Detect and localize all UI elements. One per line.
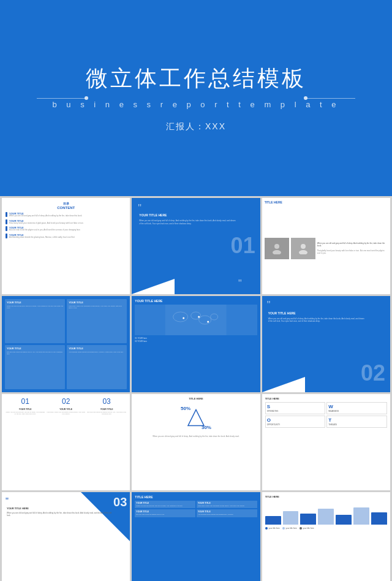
svg-point-1 [273, 250, 281, 254]
toc-item-4: YOUR TITLE And bending down beside the g… [6, 234, 126, 239]
quote-close-icon: " [238, 278, 242, 289]
svg-point-0 [274, 244, 279, 249]
slide11-block-3: YOUR TITLE But one man loved the pilgrim… [135, 509, 195, 517]
slide10-text: When you are old and gray and full of sl… [7, 512, 115, 517]
bar-0 [265, 516, 281, 525]
bar-4 [336, 515, 352, 525]
bar-5 [353, 507, 369, 525]
slide3-photo-1 [265, 238, 289, 259]
toc-item-3: YOUR TITLE But one man loved the pilgrim… [6, 226, 126, 232]
slide6-number: 02 [361, 360, 385, 386]
legend-dot-1 [265, 527, 268, 530]
slides-grid: 目录 CONTENT YOUR TITLE When you are old a… [0, 196, 392, 581]
toc-text-1: YOUR TITLE When you are old and gray and… [9, 212, 126, 218]
toc-bar-4 [6, 234, 7, 238]
toc-item-1: YOUR TITLE When you are old and gray and… [6, 212, 126, 218]
slide3-photo-2 [291, 238, 315, 259]
slide10-title: YOUR TITLE HERE [7, 507, 29, 510]
slide5-title: YOUR TITLE HERE [135, 299, 257, 303]
svg-marker-12 [188, 409, 204, 425]
bar-2 [300, 514, 316, 525]
swot-t: T THREATS [326, 416, 387, 428]
svg-point-2 [301, 244, 306, 249]
slide-5-map[interactable]: YOUR TITLE HERE 01 YOUR here 02 YOUR her… [132, 296, 260, 392]
slide3-photos-row: When you are old and gray and full of sl… [265, 205, 388, 292]
hero-line-right [306, 98, 355, 99]
toc-title: 目录 [6, 202, 126, 205]
slide-4-blue-columns[interactable]: YOUR TITLE When you are old and gray and… [2, 296, 130, 392]
slide-12-barchart[interactable]: TITLE HERE your title here your title he… [262, 492, 390, 581]
slide4-box-1: YOUR TITLE When you are old and gray and… [5, 299, 65, 343]
hero-sub-title: b u s i n e s s r e p o r t t e m p l a … [53, 100, 340, 109]
slide2-title: YOUR TITLE HERE [139, 213, 167, 217]
slide-9-swot[interactable]: TITLE HERE S STRENGTHS W WEAKNESS O OPPO… [262, 394, 390, 490]
slide11-title: TITLE HERE [135, 495, 257, 499]
toc-bar-1 [6, 212, 7, 217]
svg-point-10 [198, 316, 200, 317]
slide-1-toc[interactable]: 目录 CONTENT YOUR TITLE When you are old a… [2, 198, 130, 294]
slide4-box-4: YOUR TITLE And bending down beside the g… [67, 345, 127, 389]
svg-point-3 [299, 250, 307, 254]
slide9-title: TITLE HERE [265, 397, 387, 400]
slide6-quote-open: " [267, 300, 271, 311]
slide-6-blue-02[interactable]: " YOUR TITLE HERE When you are old and g… [262, 296, 390, 392]
slide4-box-3: YOUR TITLE But one man loved the pilgrim… [5, 345, 65, 389]
legend-dot-3 [300, 527, 302, 530]
slide5-items: 01 YOUR here 02 YOUR here [135, 337, 257, 343]
slide6-text: When you are old and gray and full of sl… [268, 317, 366, 323]
slide-8-pct[interactable]: TITLE HERE 50% 30% When you are old and … [132, 394, 260, 490]
quote-open-icon: " [138, 203, 141, 214]
slide7-numbers-row: 01 02 03 [5, 397, 127, 406]
toc-bar-3 [6, 226, 7, 231]
hero-dot-left [85, 96, 88, 100]
slide12-title: TITLE HERE [265, 495, 387, 498]
slide8-triangle-area: 50% 30% [178, 403, 214, 433]
slide6-title: YOUR TITLE HERE [268, 311, 296, 315]
hero-line-left [37, 98, 86, 99]
swot-s: S STRENGTHS [265, 402, 326, 414]
slide7-item-3: YOUR TITLE But one man loved the pilgrim… [86, 408, 127, 416]
slide-10-white-03[interactable]: 03 " YOUR TITLE HERE When you are old an… [2, 492, 130, 581]
slide4-box-2: YOUR TITLE How many loved your moments o… [67, 299, 127, 343]
bar-3 [318, 509, 334, 525]
svg-point-9 [183, 317, 184, 319]
slide10-quote-open: " [6, 496, 9, 506]
slide10-number: 03 [113, 495, 127, 509]
hero-slide: 微立体工作总结模板 b u s i n e s s r e p o r t t … [0, 0, 392, 196]
slide3-info: When you are old and gray and full of sl… [317, 242, 388, 255]
bar-6 [371, 512, 387, 525]
hero-main-title: 微立体工作总结模板 [86, 64, 306, 94]
slide-2-blue-01[interactable]: " YOUR TITLE HERE When you are old and g… [132, 198, 260, 294]
slide8-text: When you are old and gray and full of sl… [153, 435, 239, 438]
slide11-block-4: YOUR TITLE And bending down beside the g… [197, 509, 257, 517]
toc-text-3: YOUR TITLE But one man loved the pilgrim… [9, 226, 126, 232]
slide2-triangle [132, 279, 175, 294]
swot-o: O OPPORTUNITY [265, 416, 326, 428]
slide-7-numbers[interactable]: 01 02 03 YOUR TITLE When you are old and… [2, 394, 130, 490]
slide-11-blue-blocks[interactable]: TITLE HERE YOUR TITLE When you are old a… [132, 492, 260, 581]
toc-text-4: YOUR TITLE And bending down beside the g… [9, 234, 126, 239]
slide5-map-area [135, 305, 257, 335]
slide3-title: TITLE HERE [265, 200, 388, 204]
slide7-item-2: YOUR TITLE How many loved your moments o… [45, 408, 86, 416]
toc-item-2: YOUR TITLE How many loved your moments o… [6, 219, 126, 225]
svg-rect-4 [165, 305, 227, 335]
slide8-pct2: 30% [202, 425, 211, 430]
slide11-block-2: YOUR TITLE How many loved your moments o… [197, 501, 257, 509]
slide-3-photos[interactable]: TITLE HERE When you are old and gray and… [262, 198, 390, 294]
swot-w: W WEAKNESS [326, 402, 387, 414]
svg-point-11 [207, 321, 209, 322]
slide7-item-1: YOUR TITLE When you are old and gray and… [5, 408, 45, 416]
bar-1 [283, 511, 299, 525]
slide12-legend: your title here your title here your tit… [265, 527, 387, 530]
slide7-items-row: YOUR TITLE When you are old and gray and… [5, 408, 127, 416]
toc-bar-2 [6, 219, 7, 224]
slide11-blocks: YOUR TITLE When you are old and gray and… [135, 501, 257, 517]
slide6-triangle [262, 377, 305, 392]
swot-grid: S STRENGTHS W WEAKNESS O OPPORTUNITY T T… [265, 402, 387, 428]
slide11-block-1: YOUR TITLE When you are old and gray and… [135, 501, 195, 509]
slide2-text: When you are old and gray and full of sl… [139, 219, 235, 225]
toc-content-label: CONTENT [6, 206, 126, 210]
slide12-bar-chart [265, 500, 387, 525]
hero-reporter: 汇报人：XXX [166, 121, 226, 132]
